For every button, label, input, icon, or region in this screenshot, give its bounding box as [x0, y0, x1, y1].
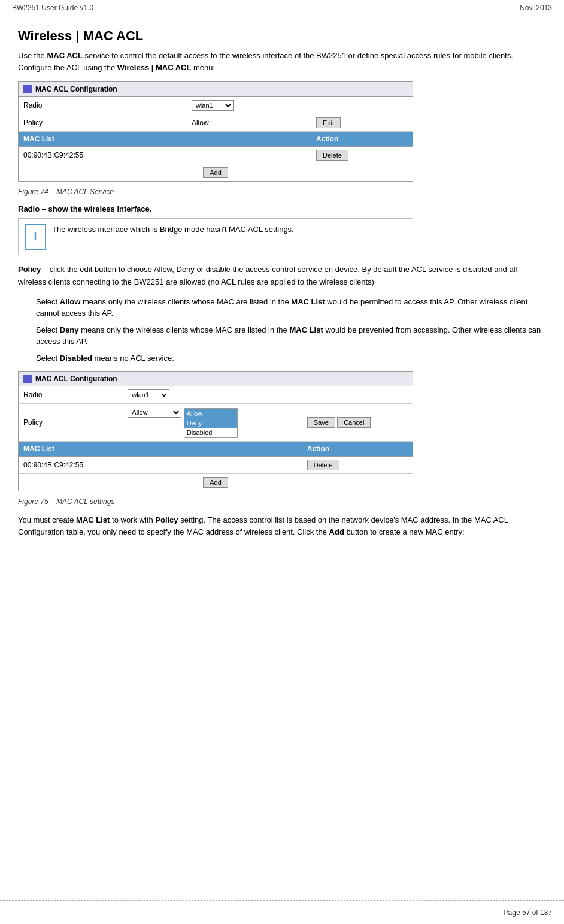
figure2-table-title: MAC ACL Configuration	[35, 375, 117, 383]
table-row: 00:90:4B:C9:42:55 Delete	[19, 457, 413, 474]
intro-paragraph: Use the MAC ACL service to control the d…	[18, 50, 546, 73]
mac-list-header2: MAC List	[19, 442, 123, 457]
delete-cell2: Delete	[302, 457, 413, 474]
table-row: Radio wlan1	[19, 386, 413, 404]
edit-cell: Edit	[311, 114, 413, 132]
mac-entry2: 00:90:4B:C9:42:55	[19, 457, 123, 474]
policy-value: Allow	[187, 114, 311, 132]
add-cell2: Add	[19, 474, 413, 491]
footer-bar: Page 57 of 187	[0, 900, 564, 924]
dropdown-option-allow[interactable]: Allow	[184, 409, 237, 418]
policy-dropdown-popup: Allow Deny Disabled	[184, 408, 238, 438]
edit-button[interactable]: Edit	[316, 117, 341, 128]
info-icon: i	[25, 224, 46, 250]
add-button2[interactable]: Add	[203, 477, 228, 488]
table-row: Radio wlan1	[19, 97, 413, 114]
table-icon	[23, 85, 32, 93]
policy-value-cell2: Allow Deny Disabled Allow Deny Disabled	[123, 404, 302, 442]
mac-list-empty	[187, 132, 311, 147]
mac-entry: 00:90:4B:C9:42:55	[19, 147, 187, 164]
add-button[interactable]: Add	[203, 167, 228, 178]
radio-section-heading: Radio – show the wireless interface.	[18, 204, 546, 213]
save-cancel-cell: Save Cancel	[302, 404, 413, 442]
table-row: Add	[19, 164, 413, 182]
action-header2: Action	[302, 442, 413, 457]
radio-section-text: – show the wireless interface.	[42, 204, 152, 213]
figure1-table-title: MAC ACL Configuration	[35, 85, 117, 93]
action-header: Action	[311, 132, 413, 147]
info-text: The wireless interface which is Bridge m…	[52, 224, 294, 235]
dropdown-option-deny[interactable]: Deny	[184, 418, 237, 428]
policy-select[interactable]: Allow Deny Disabled	[128, 407, 181, 418]
mac-list-header: MAC List	[19, 132, 187, 147]
table-row: Policy Allow Deny Disabled Allow Deny Di…	[19, 404, 413, 442]
figure2-caption: Figure 75 – MAC ACL settings	[18, 497, 546, 506]
policy-deny-text: Select Deny means only the wireless clie…	[36, 324, 546, 348]
table-header-row: MAC List Action	[19, 132, 413, 147]
mac-list-empty2	[123, 442, 302, 457]
policy-label-bold: Policy	[18, 265, 41, 274]
mac-entry-empty2	[123, 457, 302, 474]
radio-select[interactable]: wlan1	[192, 100, 234, 111]
cancel-button[interactable]: Cancel	[337, 417, 371, 428]
final-paragraph: You must create MAC List to work with Po…	[18, 514, 546, 538]
mac-entry-empty	[187, 147, 311, 164]
dropdown-option-disabled[interactable]: Disabled	[184, 428, 237, 437]
policy-label: Policy	[19, 114, 187, 132]
radio-value-cell2: wlan1	[123, 386, 302, 404]
figure2-table: MAC ACL Configuration Radio wlan1 Policy…	[18, 371, 413, 491]
policy-section-text: Policy – click the edit button to choose…	[18, 264, 546, 289]
header-left: BW2251 User Guide v1.0	[12, 4, 93, 12]
policy-list: Select Allow means only the wireless cli…	[36, 296, 546, 364]
delete-button[interactable]: Delete	[316, 150, 348, 161]
policy-allow-text: Select Allow means only the wireless cli…	[36, 296, 546, 319]
table-row: 00:90:4B:C9:42:55 Delete	[19, 147, 413, 164]
policy-section-desc: – click the edit button to choose Allow,…	[18, 265, 517, 286]
radio-label: Radio	[19, 97, 187, 114]
table-row: Add	[19, 474, 413, 491]
save-button[interactable]: Save	[307, 417, 335, 428]
page-info: Page 57 of 187	[504, 908, 552, 917]
figure1-caption: Figure 74 – MAC ACL Service	[18, 188, 546, 196]
figure1-table: MAC ACL Configuration Radio wlan1 Policy…	[18, 81, 413, 182]
table-row: Policy Allow Edit	[19, 114, 413, 132]
radio-label2: Radio	[19, 386, 123, 404]
policy-disabled-text: Select Disabled means no ACL service.	[36, 352, 546, 364]
info-box: i The wireless interface which is Bridge…	[18, 218, 413, 255]
delete-button2[interactable]: Delete	[307, 460, 339, 470]
radio-value-cell: wlan1	[187, 97, 311, 114]
add-cell: Add	[19, 164, 413, 182]
radio-empty2	[302, 386, 413, 404]
radio-empty	[311, 97, 413, 114]
table-header-row2: MAC List Action	[19, 442, 413, 457]
policy-label2: Policy	[19, 404, 123, 442]
page-title: Wireless | MAC ACL	[18, 28, 546, 44]
delete-cell: Delete	[311, 147, 413, 164]
radio-select2[interactable]: wlan1	[128, 389, 169, 400]
radio-label-bold: Radio	[18, 204, 40, 213]
header-right: Nov. 2013	[520, 4, 552, 12]
table2-icon	[23, 375, 32, 383]
